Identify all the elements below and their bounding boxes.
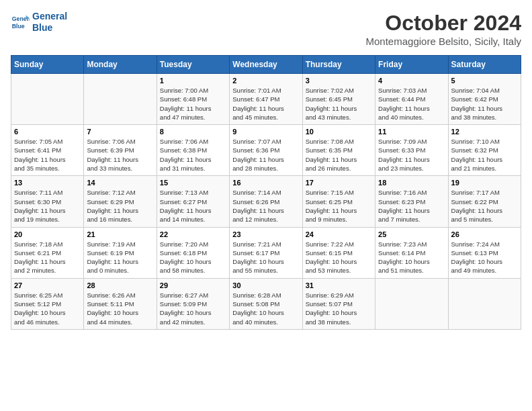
day-number: 15 — [160, 179, 226, 187]
day-detail: Sunrise: 7:09 AM Sunset: 6:33 PM Dayligh… — [378, 137, 445, 173]
page-subtitle: Montemaggiore Belsito, Sicily, Italy — [366, 36, 521, 47]
calendar-cell: 5Sunrise: 7:04 AM Sunset: 6:42 PM Daylig… — [448, 74, 521, 125]
day-detail: Sunrise: 7:00 AM Sunset: 6:48 PM Dayligh… — [160, 86, 226, 122]
day-number: 10 — [306, 128, 372, 136]
day-number: 27 — [14, 281, 81, 289]
day-detail: Sunrise: 7:21 AM Sunset: 6:17 PM Dayligh… — [232, 240, 299, 275]
day-number: 17 — [306, 179, 372, 187]
day-header-tuesday: Tuesday — [157, 56, 229, 74]
day-number: 16 — [232, 179, 299, 187]
day-detail: Sunrise: 6:27 AM Sunset: 5:09 PM Dayligh… — [160, 291, 226, 326]
day-number: 26 — [451, 230, 518, 238]
calendar-cell — [448, 278, 521, 329]
day-detail: Sunrise: 6:29 AM Sunset: 5:07 PM Dayligh… — [306, 291, 372, 326]
calendar-cell: 3Sunrise: 7:02 AM Sunset: 6:45 PM Daylig… — [302, 74, 375, 125]
day-detail: Sunrise: 7:01 AM Sunset: 6:47 PM Dayligh… — [232, 86, 299, 122]
day-number: 31 — [306, 281, 372, 289]
day-detail: Sunrise: 7:13 AM Sunset: 6:27 PM Dayligh… — [160, 188, 226, 224]
day-number: 20 — [14, 230, 81, 238]
calendar-cell: 20Sunrise: 7:18 AM Sunset: 6:21 PM Dayli… — [11, 227, 84, 278]
calendar-cell: 15Sunrise: 7:13 AM Sunset: 6:27 PM Dayli… — [157, 176, 229, 227]
day-number: 8 — [160, 128, 226, 136]
svg-text:Blue: Blue — [12, 23, 25, 30]
day-header-thursday: Thursday — [302, 56, 375, 74]
day-number: 21 — [87, 230, 153, 238]
day-number: 25 — [378, 230, 445, 238]
day-number: 14 — [87, 179, 153, 187]
calendar-cell: 23Sunrise: 7:21 AM Sunset: 6:17 PM Dayli… — [230, 227, 302, 278]
day-detail: Sunrise: 7:20 AM Sunset: 6:18 PM Dayligh… — [160, 240, 226, 275]
calendar-cell: 29Sunrise: 6:27 AM Sunset: 5:09 PM Dayli… — [157, 278, 229, 329]
day-detail: Sunrise: 7:11 AM Sunset: 6:30 PM Dayligh… — [14, 188, 81, 224]
calendar-cell: 26Sunrise: 7:24 AM Sunset: 6:13 PM Dayli… — [448, 227, 521, 278]
calendar-cell: 4Sunrise: 7:03 AM Sunset: 6:44 PM Daylig… — [375, 74, 448, 125]
day-header-wednesday: Wednesday — [230, 56, 302, 74]
day-detail: Sunrise: 7:19 AM Sunset: 6:19 PM Dayligh… — [87, 240, 153, 275]
logo: General Blue General Blue — [11, 11, 67, 34]
calendar-cell: 8Sunrise: 7:06 AM Sunset: 6:38 PM Daylig… — [157, 125, 229, 176]
day-detail: Sunrise: 7:06 AM Sunset: 6:38 PM Dayligh… — [160, 137, 226, 173]
day-detail: Sunrise: 7:02 AM Sunset: 6:45 PM Dayligh… — [306, 86, 372, 122]
calendar-cell: 25Sunrise: 7:23 AM Sunset: 6:14 PM Dayli… — [375, 227, 448, 278]
day-number: 30 — [232, 281, 299, 289]
day-header-monday: Monday — [84, 56, 157, 74]
calendar-cell: 2Sunrise: 7:01 AM Sunset: 6:47 PM Daylig… — [230, 74, 302, 125]
day-number: 2 — [232, 77, 299, 85]
logo-icon: General Blue — [11, 13, 30, 32]
logo-text: General Blue — [32, 11, 67, 34]
day-number: 11 — [378, 128, 445, 136]
calendar-cell: 27Sunrise: 6:25 AM Sunset: 5:12 PM Dayli… — [11, 278, 84, 329]
day-number: 29 — [160, 281, 226, 289]
day-number: 23 — [232, 230, 299, 238]
day-detail: Sunrise: 7:18 AM Sunset: 6:21 PM Dayligh… — [14, 240, 81, 275]
day-detail: Sunrise: 7:24 AM Sunset: 6:13 PM Dayligh… — [451, 240, 518, 275]
day-number: 4 — [378, 77, 445, 85]
calendar-cell: 16Sunrise: 7:14 AM Sunset: 6:26 PM Dayli… — [230, 176, 302, 227]
day-number: 22 — [160, 230, 226, 238]
calendar-cell: 9Sunrise: 7:07 AM Sunset: 6:36 PM Daylig… — [230, 125, 302, 176]
day-detail: Sunrise: 7:06 AM Sunset: 6:39 PM Dayligh… — [87, 137, 153, 173]
calendar-cell: 12Sunrise: 7:10 AM Sunset: 6:32 PM Dayli… — [448, 125, 521, 176]
calendar-cell: 28Sunrise: 6:26 AM Sunset: 5:11 PM Dayli… — [84, 278, 157, 329]
day-number: 6 — [14, 128, 81, 136]
calendar-week-2: 6Sunrise: 7:05 AM Sunset: 6:41 PM Daylig… — [11, 125, 521, 176]
day-header-sunday: Sunday — [11, 56, 84, 74]
calendar-cell: 22Sunrise: 7:20 AM Sunset: 6:18 PM Dayli… — [157, 227, 229, 278]
calendar-cell: 11Sunrise: 7:09 AM Sunset: 6:33 PM Dayli… — [375, 125, 448, 176]
calendar-cell — [84, 74, 157, 125]
day-detail: Sunrise: 7:03 AM Sunset: 6:44 PM Dayligh… — [378, 86, 445, 122]
day-number: 3 — [306, 77, 372, 85]
calendar-cell: 7Sunrise: 7:06 AM Sunset: 6:39 PM Daylig… — [84, 125, 157, 176]
calendar-cell: 21Sunrise: 7:19 AM Sunset: 6:19 PM Dayli… — [84, 227, 157, 278]
day-number: 18 — [378, 179, 445, 187]
day-detail: Sunrise: 7:14 AM Sunset: 6:26 PM Dayligh… — [232, 188, 299, 224]
day-detail: Sunrise: 7:08 AM Sunset: 6:35 PM Dayligh… — [306, 137, 372, 173]
day-detail: Sunrise: 7:22 AM Sunset: 6:15 PM Dayligh… — [306, 240, 372, 275]
day-number: 7 — [87, 128, 153, 136]
calendar-week-4: 20Sunrise: 7:18 AM Sunset: 6:21 PM Dayli… — [11, 227, 521, 278]
calendar-cell: 24Sunrise: 7:22 AM Sunset: 6:15 PM Dayli… — [302, 227, 375, 278]
calendar-cell: 10Sunrise: 7:08 AM Sunset: 6:35 PM Dayli… — [302, 125, 375, 176]
page-title: October 2024 — [366, 11, 521, 36]
day-detail: Sunrise: 7:12 AM Sunset: 6:29 PM Dayligh… — [87, 188, 153, 224]
day-detail: Sunrise: 7:05 AM Sunset: 6:41 PM Dayligh… — [14, 137, 81, 173]
calendar-cell: 17Sunrise: 7:15 AM Sunset: 6:25 PM Dayli… — [302, 176, 375, 227]
day-number: 9 — [232, 128, 299, 136]
day-number: 1 — [160, 77, 226, 85]
day-detail: Sunrise: 6:26 AM Sunset: 5:11 PM Dayligh… — [87, 291, 153, 326]
calendar-cell: 19Sunrise: 7:17 AM Sunset: 6:22 PM Dayli… — [448, 176, 521, 227]
title-block: October 2024 Montemaggiore Belsito, Sici… — [366, 11, 521, 47]
calendar-header-row: SundayMondayTuesdayWednesdayThursdayFrid… — [11, 56, 521, 74]
day-detail: Sunrise: 6:28 AM Sunset: 5:08 PM Dayligh… — [232, 291, 299, 326]
day-number: 5 — [451, 77, 518, 85]
day-detail: Sunrise: 6:25 AM Sunset: 5:12 PM Dayligh… — [14, 291, 81, 326]
day-detail: Sunrise: 7:04 AM Sunset: 6:42 PM Dayligh… — [451, 86, 518, 122]
calendar-week-5: 27Sunrise: 6:25 AM Sunset: 5:12 PM Dayli… — [11, 278, 521, 329]
day-detail: Sunrise: 7:10 AM Sunset: 6:32 PM Dayligh… — [451, 137, 518, 173]
calendar-table: SundayMondayTuesdayWednesdayThursdayFrid… — [11, 55, 521, 330]
day-number: 24 — [306, 230, 372, 238]
day-detail: Sunrise: 7:15 AM Sunset: 6:25 PM Dayligh… — [306, 188, 372, 224]
day-detail: Sunrise: 7:07 AM Sunset: 6:36 PM Dayligh… — [232, 137, 299, 173]
day-number: 28 — [87, 281, 153, 289]
day-header-friday: Friday — [375, 56, 448, 74]
